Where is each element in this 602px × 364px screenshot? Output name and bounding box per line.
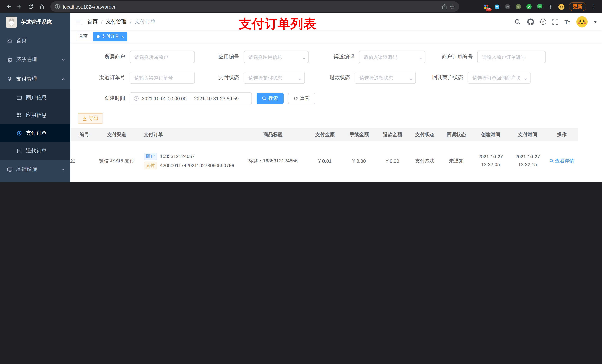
product-title: 标题：1635312124656 xyxy=(239,141,307,181)
pay-time: 2021-10-2713:22:15 xyxy=(509,141,546,181)
search-button[interactable]: 搜索 xyxy=(257,93,284,104)
merchant-order-no: 1635312124657 xyxy=(160,154,195,159)
sidebar-item-system[interactable]: 系统管理 xyxy=(0,50,70,70)
export-button[interactable]: 导出 xyxy=(78,113,103,124)
filter-row-1: 所属商户 应用编号 渠道编码 商户订单编号 xyxy=(78,51,595,63)
profile-avatar-icon[interactable] xyxy=(558,3,565,10)
sidebar-item-pay-order[interactable]: 支付订单 xyxy=(0,124,70,142)
help-icon[interactable]: ? xyxy=(540,19,546,25)
extension-pin-blue-icon[interactable] xyxy=(494,3,500,10)
col-fee-amount: 手续金额 xyxy=(343,128,376,141)
refresh-icon[interactable] xyxy=(26,2,35,11)
channel-order-no-label: 渠道订单号 xyxy=(78,74,129,81)
pay-status: 支付成功 xyxy=(409,141,441,181)
tab-pay-order[interactable]: 支付订单 × xyxy=(93,32,127,41)
table-header: 编号 支付渠道 支付订单 商品标题 支付金额 手续金额 退款金额 支付状态 回调… xyxy=(70,128,578,141)
table-row: 120 微信 JSAPI 支付 商户1635311949168 支付420000… xyxy=(70,181,578,182)
home-icon[interactable] xyxy=(37,2,47,11)
logo-image xyxy=(6,17,17,28)
chrome-update-button[interactable]: 更新 xyxy=(569,2,586,11)
order-channel: 微信 JSAPI 支付 xyxy=(93,181,141,182)
sidebar-item-payment[interactable]: ¥ 支付管理 xyxy=(0,70,70,89)
col-pay-amount: 支付金额 xyxy=(307,128,343,141)
tab-home[interactable]: 首页 xyxy=(75,32,91,41)
back-icon[interactable] xyxy=(4,2,13,11)
pay-status-select[interactable] xyxy=(244,72,305,83)
close-icon[interactable]: × xyxy=(121,34,124,39)
refund-status-select[interactable] xyxy=(355,72,416,83)
callback-status-select[interactable] xyxy=(468,72,531,83)
breadcrumb-home[interactable]: 首页 xyxy=(87,19,98,25)
share-icon[interactable] xyxy=(441,4,447,10)
extension-dark-icon[interactable] xyxy=(504,3,511,10)
forward-icon[interactable] xyxy=(15,2,24,11)
channel-code-select[interactable] xyxy=(359,51,425,63)
avatar-dropdown-caret[interactable] xyxy=(594,21,597,23)
extensions-area: 10 更新 ⋮ xyxy=(483,2,598,11)
tags-view: 首页 支付订单 × xyxy=(70,30,602,43)
font-size-icon[interactable]: TT xyxy=(564,19,570,25)
pay-amount: ¥ 0.01 xyxy=(307,141,343,181)
search-icon[interactable] xyxy=(515,19,521,25)
merchant-order-no-input[interactable] xyxy=(477,51,546,63)
sidebar-item-merchant-info[interactable]: 商户信息 xyxy=(0,89,70,106)
address-bar[interactable]: localhost:1024/pay/order ☆ xyxy=(50,1,459,12)
gear-icon xyxy=(7,57,13,63)
sidebar-item-home[interactable]: 首页 xyxy=(0,31,70,50)
channel-order-no-input[interactable] xyxy=(129,72,195,83)
search-icon xyxy=(549,159,554,163)
extension-badge: 10 xyxy=(486,8,492,11)
col-refund-amount: 退款金额 xyxy=(376,128,409,141)
merchant-label: 所属商户 xyxy=(78,54,129,60)
sidebar-item-dev-tools[interactable]: 研发工具 xyxy=(0,179,70,182)
extension-chat-icon[interactable] xyxy=(537,3,543,10)
breadcrumb-payment[interactable]: 支付管理 xyxy=(106,19,127,25)
extension-olive-icon[interactable] xyxy=(515,3,522,10)
actions: 查看详情 xyxy=(546,141,578,181)
top-navbar: 首页 / 支付管理 / 支付订单 ? TT xyxy=(70,13,602,30)
extension-green-check-icon[interactable] xyxy=(526,3,532,10)
refund-amount: ¥ 0.00 xyxy=(376,181,409,182)
sidebar-item-refund-order[interactable]: 退款订单 xyxy=(0,142,70,160)
fullscreen-icon[interactable] xyxy=(552,19,558,25)
actions: 查看详情 xyxy=(546,181,578,182)
order-table-body: 121 微信 JSAPI 支付 商户1635312124657 支付420000… xyxy=(70,141,578,182)
search-icon xyxy=(262,96,267,101)
github-icon[interactable] xyxy=(527,19,534,25)
breadcrumb: 首页 / 支付管理 / 支付订单 xyxy=(87,19,155,25)
pay-status-label: 支付状态 xyxy=(195,74,244,81)
sidebar-item-app-info[interactable]: 应用信息 xyxy=(0,106,70,124)
col-pay-status: 支付状态 xyxy=(409,128,441,141)
app-select[interactable] xyxy=(244,51,309,63)
reset-button[interactable]: 重置 xyxy=(288,93,315,104)
browser-menu-icon[interactable]: ⋮ xyxy=(591,3,598,10)
merchant-input[interactable] xyxy=(129,51,195,63)
bookmark-star-icon[interactable]: ☆ xyxy=(450,4,455,10)
extension-grid-icon[interactable]: 10 xyxy=(483,3,489,10)
chevron-down-icon xyxy=(62,57,65,63)
site-info-icon[interactable] xyxy=(55,4,60,9)
clock-icon xyxy=(134,96,139,101)
bullseye-icon xyxy=(16,131,22,136)
breadcrumb-current: 支付订单 xyxy=(135,19,155,25)
order-numbers: 商户1635312124657 支付4200001174202110278060… xyxy=(141,141,239,181)
pay-amount: ¥ 0.01 xyxy=(307,181,343,182)
pay-tag: 支付 xyxy=(144,162,157,169)
pin-icon[interactable] xyxy=(547,3,554,10)
table-toolbar: 导出 xyxy=(78,113,595,124)
payment-submenu: 商户信息 应用信息 支付订单 退款订单 xyxy=(0,89,70,160)
callback-status-label: 回调商户状态 xyxy=(416,74,468,81)
order-id: 120 xyxy=(70,181,93,182)
view-detail-link[interactable]: 查看详情 xyxy=(549,158,574,165)
order-channel: 微信 JSAPI 支付 xyxy=(93,141,141,181)
collapse-sidebar-icon[interactable] xyxy=(75,19,82,25)
yen-icon: ¥ xyxy=(7,77,13,82)
fee-amount: ¥ 0.00 xyxy=(343,141,376,181)
create-time-label: 创建时间 xyxy=(78,95,129,102)
user-avatar[interactable] xyxy=(576,16,588,27)
create-time-range-picker[interactable]: 2021-10-01 00:00:00 - 2021-10-31 23:59:5… xyxy=(129,93,252,104)
app-label: 应用编号 xyxy=(195,54,244,60)
sidebar-item-infrastructure[interactable]: 基础设施 xyxy=(0,160,70,179)
grid-icon xyxy=(16,113,22,118)
col-title: 商品标题 xyxy=(239,128,307,141)
